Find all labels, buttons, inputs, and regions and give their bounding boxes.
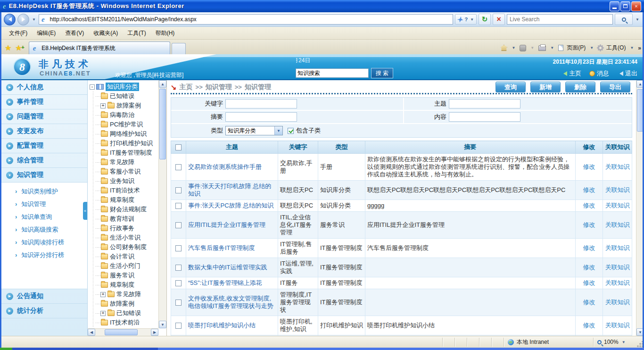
knowledge-search-button[interactable]: 搜 索	[371, 68, 393, 78]
sidebar-group-1[interactable]: ▶事件管理	[0, 95, 87, 109]
row-checkbox[interactable]	[175, 280, 182, 286]
minimize-button[interactable]	[610, 1, 619, 11]
menu-file[interactable]: 文件(F)	[5, 28, 32, 39]
tree-node[interactable]: 财会法规制度	[96, 205, 157, 214]
related-knowledge-link[interactable]: 关联知识	[605, 279, 630, 286]
tree-node[interactable]: 生活小窍门	[96, 261, 157, 271]
include-subclass-checkbox[interactable]	[288, 128, 294, 134]
tree-node[interactable]: IT前沿技术	[96, 186, 157, 195]
breadcrumb-item-1[interactable]: 知识管理	[206, 83, 232, 92]
tree-node[interactable]: IT服务管理制度	[96, 148, 157, 158]
sidebar-item[interactable]: ›知识阅读排行榜	[0, 236, 87, 249]
sidebar-group-2[interactable]: ▶问题管理	[0, 109, 87, 124]
add-favorite-icon[interactable]: ★	[13, 43, 24, 54]
type-select[interactable]: 知识库分类 ▼	[225, 126, 283, 135]
expand-icon[interactable]: +	[100, 292, 106, 297]
tree-root-node[interactable]: 知识库分类	[106, 83, 139, 91]
related-knowledge-link[interactable]: 关联知识	[605, 163, 630, 170]
topic-link[interactable]: 应用ITIL提升企业IT服务管理	[188, 221, 265, 228]
nav-message[interactable]: 消息	[589, 69, 609, 78]
tree-node[interactable]: 故障案例	[96, 299, 157, 308]
menu-tools[interactable]: 工具(T)	[123, 28, 150, 39]
tree-horizontal-scrollbar[interactable]: ◀ ▶	[88, 328, 158, 336]
rss-feed-icon[interactable]	[520, 45, 526, 51]
tree-node[interactable]: 教育培训	[96, 214, 157, 224]
sidebar-item[interactable]: ›知识高级搜索	[0, 223, 87, 236]
delete-button[interactable]: 删除	[565, 82, 595, 92]
topic-link[interactable]: 事件:张天天打印机故障 总结的知识	[188, 183, 271, 197]
tree-node[interactable]: 规章制度	[96, 195, 157, 205]
sidebar-group-3[interactable]: ▶变更发布	[0, 124, 87, 139]
topic-link[interactable]: 文件收发系统,收发文管理制度,电信领域IT服务管理现状与走势	[188, 295, 273, 309]
tree-node[interactable]: 会计常识	[96, 252, 157, 261]
tree-node[interactable]: PC维护常识	[96, 120, 157, 129]
select-all-checkbox[interactable]	[175, 144, 182, 150]
row-checkbox[interactable]	[175, 187, 182, 193]
sidebar-group-7[interactable]: ▶公告通知	[0, 289, 87, 304]
sidebar-group-0[interactable]: ▶个人信息	[0, 80, 87, 95]
tree-node[interactable]: +常见故障	[96, 290, 157, 299]
tree-node[interactable]: 业务知识	[96, 176, 157, 186]
abstract-input[interactable]	[225, 112, 297, 122]
nav-home[interactable]: 主页	[561, 69, 581, 78]
tab-active[interactable]: e E8.HelpDesk IT服务管理系统	[29, 42, 170, 54]
row-checkbox[interactable]	[175, 164, 182, 170]
forward-button[interactable]	[17, 14, 29, 25]
tree-node[interactable]: 已知错误	[96, 92, 157, 101]
menu-edit[interactable]: 编辑(E)	[33, 28, 60, 39]
topic-link[interactable]: “5S”:让IT服务管理锦上添花	[188, 279, 262, 286]
row-checkbox[interactable]	[175, 245, 182, 251]
sidebar-group-4[interactable]: ▶配置管理	[0, 139, 87, 153]
tree-node[interactable]: 行政事务	[96, 224, 157, 233]
expand-icon[interactable]: +	[100, 103, 106, 108]
stop-button[interactable]: ×	[493, 14, 505, 25]
tree-vertical-scrollbar[interactable]: ▲ ▼	[158, 80, 166, 328]
sidebar-group-8[interactable]: ▶统计分析	[0, 304, 87, 318]
related-knowledge-link[interactable]: 关联知识	[605, 221, 630, 228]
topic-link[interactable]: 数据大集中的IT运维管理实践	[188, 264, 267, 271]
row-checkbox[interactable]	[175, 265, 182, 271]
edit-link[interactable]: 修改	[583, 264, 595, 271]
topic-link[interactable]: 事件:张天天PC故障 总结的知识	[188, 202, 273, 209]
edit-link[interactable]: 修改	[583, 202, 595, 209]
sidebar-item[interactable]: ›知识评分排行榜	[0, 249, 87, 261]
keyword-input[interactable]	[225, 99, 297, 108]
related-knowledge-link[interactable]: 关联知识	[605, 299, 630, 306]
topic-link[interactable]: 汽车售后服务IT管理制度	[188, 244, 255, 251]
sidebar-item[interactable]: ›知识类别维护	[0, 185, 87, 198]
breadcrumb-item-2[interactable]: 知识管理	[245, 83, 271, 92]
tools-menu[interactable]: 工具(O)	[606, 44, 626, 52]
edit-link[interactable]: 修改	[583, 163, 595, 170]
row-checkbox[interactable]	[175, 300, 182, 306]
related-knowledge-link[interactable]: 关联知识	[605, 264, 630, 271]
print-icon[interactable]	[538, 45, 546, 51]
sidebar-collapse-handle[interactable]: «	[83, 202, 87, 220]
content-input[interactable]	[449, 112, 520, 122]
row-checkbox[interactable]	[175, 323, 182, 329]
topic-link[interactable]: 交易欺诈侦测系统操作手册	[188, 163, 262, 170]
sidebar-group-5[interactable]: ▶综合管理	[0, 153, 87, 168]
tree-node[interactable]: 规章制度	[96, 280, 157, 290]
export-button[interactable]: 导出	[600, 82, 630, 92]
restore-button[interactable]	[620, 1, 630, 11]
query-button[interactable]: 查询	[495, 82, 526, 92]
tools-dropdown-icon[interactable]: ▼	[629, 46, 635, 50]
knowledge-search-input[interactable]	[296, 68, 369, 78]
zoom-dropdown-icon[interactable]: ▼	[621, 340, 627, 344]
related-knowledge-link[interactable]: 关联知识	[605, 202, 630, 209]
breadcrumb-item-0[interactable]: 主页	[180, 83, 193, 92]
search-options-dropdown-icon[interactable]: ▼	[635, 17, 640, 22]
new-tab-stub[interactable]	[172, 43, 186, 54]
expand-icon[interactable]: +	[100, 311, 106, 316]
sidebar-item[interactable]: ›知识管理	[0, 198, 87, 210]
home-icon[interactable]	[500, 45, 507, 51]
sidebar-group-6[interactable]: ▼知识管理	[0, 168, 87, 183]
tree-node[interactable]: IT技术前沿	[96, 318, 157, 327]
edit-link[interactable]: 修改	[583, 186, 595, 193]
back-button[interactable]	[4, 14, 16, 25]
address-field[interactable]: e http://localhost/E8ITSM2011/NewOldMain…	[39, 14, 454, 25]
tree-node[interactable]: 公司财务制度	[96, 242, 157, 252]
tree-node[interactable]: +已知错误	[96, 308, 157, 318]
close-button[interactable]: ×	[631, 1, 641, 11]
favorites-star-icon[interactable]: ★	[3, 43, 13, 54]
